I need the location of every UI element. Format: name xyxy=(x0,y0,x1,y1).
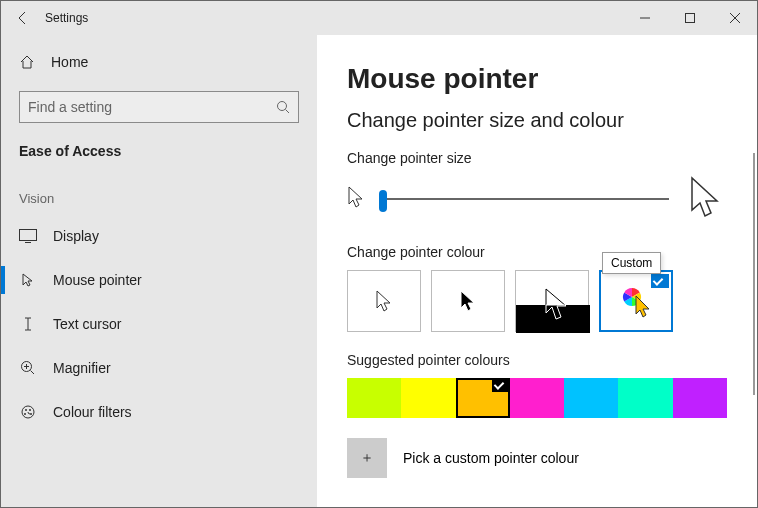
suggested-colours-label: Suggested pointer colours xyxy=(347,352,727,368)
colour-swatch[interactable] xyxy=(456,378,510,418)
pointer-colour-black[interactable] xyxy=(431,270,505,332)
cursor-inverted-icon xyxy=(516,271,590,333)
suggested-swatches xyxy=(347,378,727,418)
colour-swatch[interactable] xyxy=(510,378,564,418)
page-title: Mouse pointer xyxy=(347,63,727,95)
check-icon xyxy=(651,274,669,288)
check-icon xyxy=(492,378,510,392)
colour-filters-icon xyxy=(19,404,37,420)
display-icon xyxy=(19,229,37,243)
mouse-pointer-icon xyxy=(19,272,37,288)
svg-point-17 xyxy=(30,413,32,415)
cursor-large-icon xyxy=(689,176,727,222)
sidebar-item-label: Colour filters xyxy=(53,404,132,420)
scrollbar[interactable] xyxy=(753,153,755,395)
pointer-colour-inverted[interactable] xyxy=(515,270,589,332)
colour-swatch[interactable] xyxy=(347,378,401,418)
cursor-black-icon xyxy=(459,289,477,313)
sidebar-item-magnifier[interactable]: Magnifier xyxy=(1,346,317,390)
plus-icon: ＋ xyxy=(360,449,374,467)
close-button[interactable] xyxy=(712,1,757,35)
window-title: Settings xyxy=(45,11,88,25)
section-label: Vision xyxy=(1,177,317,214)
colour-swatch[interactable] xyxy=(618,378,672,418)
maximize-icon xyxy=(685,13,695,23)
colour-swatch[interactable] xyxy=(564,378,618,418)
pointer-colour-custom[interactable] xyxy=(599,270,673,332)
slider-thumb[interactable] xyxy=(379,190,387,212)
sidebar-item-mouse-pointer[interactable]: Mouse pointer xyxy=(1,258,317,302)
text-cursor-icon xyxy=(19,316,37,332)
colour-tooltip: Custom xyxy=(602,252,661,274)
pointer-colour-label: Change pointer colour xyxy=(347,244,727,260)
cursor-white-icon xyxy=(375,289,393,313)
breadcrumb: Ease of Access xyxy=(1,137,317,177)
magnifier-icon xyxy=(19,360,37,376)
svg-point-16 xyxy=(24,413,26,415)
svg-line-5 xyxy=(286,110,290,114)
colour-swatch[interactable] xyxy=(673,378,727,418)
minimize-icon xyxy=(640,13,650,23)
main-content: Mouse pointer Change pointer size and co… xyxy=(317,35,757,507)
sidebar-item-label: Mouse pointer xyxy=(53,272,142,288)
pointer-size-label: Change pointer size xyxy=(347,150,727,166)
maximize-button[interactable] xyxy=(667,1,712,35)
pointer-colour-white[interactable] xyxy=(347,270,421,332)
svg-point-4 xyxy=(278,102,287,111)
sidebar-item-text-cursor[interactable]: Text cursor xyxy=(1,302,317,346)
pick-custom-colour-label: Pick a custom pointer colour xyxy=(403,450,579,466)
sidebar-item-display[interactable]: Display xyxy=(1,214,317,258)
svg-rect-6 xyxy=(20,230,37,241)
arrow-left-icon xyxy=(15,10,31,26)
sidebar-item-label: Text cursor xyxy=(53,316,121,332)
back-button[interactable] xyxy=(1,1,45,35)
sidebar-item-label: Display xyxy=(53,228,99,244)
pick-custom-colour-button[interactable]: ＋ xyxy=(347,438,387,478)
sidebar-item-label: Magnifier xyxy=(53,360,111,376)
svg-point-14 xyxy=(25,409,27,411)
sidebar-item-colour-filters[interactable]: Colour filters xyxy=(1,390,317,434)
sidebar: Home Find a setting Ease of Access Visio… xyxy=(1,35,317,507)
home-nav[interactable]: Home xyxy=(1,43,317,81)
pointer-size-slider[interactable] xyxy=(379,198,669,200)
home-icon xyxy=(19,54,35,70)
cursor-small-icon xyxy=(347,185,369,213)
page-subtitle: Change pointer size and colour xyxy=(347,109,727,132)
close-icon xyxy=(730,13,740,23)
search-icon xyxy=(276,100,290,114)
svg-line-12 xyxy=(31,371,35,375)
minimize-button[interactable] xyxy=(622,1,667,35)
home-label: Home xyxy=(51,54,88,70)
svg-rect-1 xyxy=(685,14,694,23)
colour-swatch[interactable] xyxy=(401,378,455,418)
svg-point-15 xyxy=(29,409,31,411)
search-placeholder: Find a setting xyxy=(28,99,112,115)
search-input[interactable]: Find a setting xyxy=(19,91,299,123)
colour-wheel-icon xyxy=(619,284,653,318)
